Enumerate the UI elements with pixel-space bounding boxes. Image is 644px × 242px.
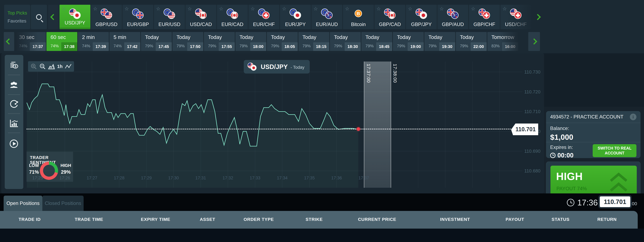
timeframe-tab-18:00[interactable]: Today79%18:00 <box>236 32 266 51</box>
timeframe-tab-18:30[interactable]: Today79%18:30 <box>330 32 361 51</box>
timeframe-tab-17:50[interactable]: Today79%17:50 <box>172 32 203 51</box>
timeframe-expiry-time: 22:00 <box>471 42 487 51</box>
timeframe-scroll-right[interactable] <box>528 32 540 51</box>
clock-icon <box>567 199 574 206</box>
left-sidebar: $ <box>5 55 23 189</box>
asset-tab-gbp-jpy[interactable]: ☆GBP/JPY <box>406 5 437 29</box>
sentiment-high: HIGH 29% <box>60 163 72 175</box>
area-chart-type-button[interactable] <box>48 63 55 70</box>
expires-value: 00:00 <box>558 152 574 159</box>
timeframe-tab-17:37[interactable]: 30 sec74%17:37 <box>15 32 46 51</box>
x-tick-label: 17:30 <box>168 176 179 180</box>
asset-tab-eur-chf[interactable]: ☆EUR/CHF <box>248 5 279 29</box>
sidebar-item-analytics[interactable] <box>5 116 23 132</box>
timeframe-tab-19:00[interactable]: Today79%19:00 <box>393 32 424 51</box>
sidebar-item-video-tutorials[interactable] <box>5 136 23 152</box>
asset-tab-gbp-aud[interactable]: ☆GBP/AUD <box>438 5 468 29</box>
asset-tab-bitcoin[interactable]: ☆BBitcoin <box>343 5 374 29</box>
account-card: 4934572 - PRACTICE ACCOUNT i Balance: $1… <box>546 111 640 158</box>
zoom-out-button[interactable] <box>39 63 46 70</box>
asset-tab-eur-gbp[interactable]: ☆EUR/GBP <box>122 5 153 29</box>
asset-tab-gbp-usd[interactable]: ☆GBP/USD <box>91 5 122 29</box>
column-header-trade-time: TRADE TIME <box>75 217 103 222</box>
asset-tab-eur-usd[interactable]: ☆EUR/USD <box>154 5 185 29</box>
asset-tabs-scroll-left[interactable] <box>48 5 58 29</box>
timeframe-tab-17:38[interactable]: 60 sec74%17:38 <box>46 32 77 51</box>
asset-tab-usd-cad[interactable]: ☆USD/CAD <box>186 5 216 29</box>
favorite-star-icon[interactable]: ☆ <box>124 6 129 11</box>
timeframe-tab-16:00[interactable]: Tomorrow83%16:00 <box>487 32 518 51</box>
x-tick-label: 17:35 <box>304 176 315 180</box>
timeframe-expiry-time: 17:50 <box>187 42 204 51</box>
info-icon[interactable]: i <box>630 113 636 120</box>
timeframe-expiry-time: 17:42 <box>124 42 140 51</box>
asset-flags-icon <box>69 9 81 19</box>
asset-flags-icon <box>447 9 459 19</box>
interval-selector[interactable]: 1h <box>57 64 63 69</box>
favorite-star-icon[interactable]: ☆ <box>188 6 192 11</box>
favorite-star-icon[interactable]: ☆ <box>345 6 350 11</box>
favorite-star-icon[interactable]: ☆ <box>408 6 412 11</box>
favorite-star-icon[interactable]: ☆ <box>314 6 318 11</box>
favorites-filter[interactable]: Favorites <box>8 19 30 24</box>
sidebar-item-history[interactable] <box>5 96 23 112</box>
timeframe-name: Today <box>334 34 348 40</box>
tab-closed-positions[interactable]: Closed Positions <box>42 196 84 211</box>
asset-tabs-scroll-right[interactable] <box>532 5 543 29</box>
column-header-investment: INVESTMENT <box>440 217 470 222</box>
favorite-star-icon[interactable]: ☆ <box>62 6 66 11</box>
favorite-star-icon[interactable]: ☆ <box>93 6 98 11</box>
asset-flags-icon <box>100 9 112 19</box>
tab-open-positions[interactable]: Open Positions <box>4 196 42 211</box>
timeframe-tab-17:39[interactable]: 2 min74%17:39 <box>78 32 109 51</box>
strike-price-tag: 110.701 <box>598 195 632 208</box>
x-tick-label: 17:36 <box>331 176 342 180</box>
timeframe-tab-17:55[interactable]: Today79%17:55 <box>204 32 235 51</box>
zoom-in-button[interactable] <box>30 63 37 70</box>
favorite-star-icon[interactable]: ☆ <box>156 6 160 11</box>
favorite-star-icon[interactable]: ☆ <box>502 6 507 11</box>
timeframe-tab-19:30[interactable]: Today79%19:30 <box>424 32 455 51</box>
timeframe-tab-18:45[interactable]: Today79%18:45 <box>361 32 392 51</box>
line-chart-type-button[interactable] <box>64 63 72 70</box>
sidebar-item-assets[interactable]: $ <box>5 58 23 73</box>
asset-search-button[interactable] <box>31 5 47 29</box>
favorite-star-icon[interactable]: ☆ <box>219 6 224 11</box>
svg-text:$: $ <box>14 65 16 68</box>
usd-flag-icon <box>105 12 112 19</box>
timeframe-scroll-left[interactable] <box>4 32 14 51</box>
timeframe-name: 2 min <box>82 34 95 40</box>
timeframe-tab-18:15[interactable]: Today79%18:15 <box>298 32 329 51</box>
top-picks-filter[interactable]: Top Picks <box>8 11 30 16</box>
y-tick-label: 110.680 <box>521 168 544 174</box>
favorite-star-icon[interactable]: ☆ <box>471 6 475 11</box>
timeframe-tab-17:45[interactable]: Today79%17:45 <box>141 32 172 51</box>
timeframe-name: Today <box>366 34 379 40</box>
timeframe-name: Today <box>460 34 474 40</box>
switch-to-real-account-button[interactable]: SWITCH TO REAL ACCOUNT <box>593 144 636 157</box>
asset-tab-label: EUR/GBP <box>122 22 153 27</box>
y-tick-label: 110.720 <box>521 89 544 94</box>
asset-tab-usd-jpy[interactable]: ☆USD/JPY <box>60 5 90 29</box>
timeframe-expiry-time: 18:05 <box>282 42 298 51</box>
search-icon <box>36 14 42 20</box>
asset-tab-gbp-cad[interactable]: ☆GBP/CAD <box>374 5 405 29</box>
timeframe-expiry-time: 17:39 <box>93 42 109 51</box>
positions-section: Open Positions Closed Positions 17:36:54… <box>0 193 644 242</box>
timeframe-tab-18:05[interactable]: Today79%18:05 <box>267 32 298 51</box>
asset-tab-gbp-chf[interactable]: ☆GBP/CHF <box>469 5 500 29</box>
asset-flags-icon <box>384 9 396 19</box>
favorite-star-icon[interactable]: ☆ <box>440 6 444 11</box>
timeframe-tab-17:42[interactable]: 5 min74%17:42 <box>110 32 140 51</box>
asset-tab-usd-chf[interactable]: ☆USD/CHF <box>500 5 531 29</box>
favorite-star-icon[interactable]: ☆ <box>250 6 255 11</box>
sidebar-item-community[interactable] <box>5 77 23 93</box>
column-header-order-type: ORDER TYPE <box>244 217 274 222</box>
timeframe-tab-22:00[interactable]: Today79%22:00 <box>456 32 487 51</box>
asset-tab-eur-jpy[interactable]: ☆EUR/JPY <box>280 5 311 29</box>
asset-tab-eur-aud[interactable]: ☆EUR/AUD <box>312 5 342 29</box>
asset-tab-eur-cad[interactable]: ☆EUR/CAD <box>217 5 248 29</box>
favorite-star-icon[interactable]: ☆ <box>282 6 286 11</box>
favorite-star-icon[interactable]: ☆ <box>376 6 381 11</box>
asset-tab-label: USD/CAD <box>186 22 216 27</box>
